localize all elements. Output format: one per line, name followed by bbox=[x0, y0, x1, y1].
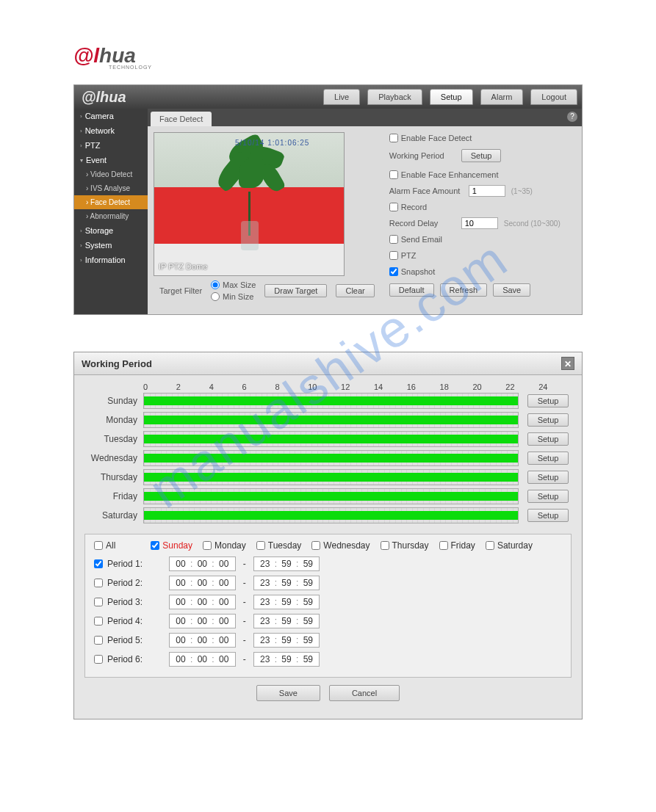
schedule-setup-button[interactable]: Setup bbox=[527, 490, 569, 503]
dialog-save-button[interactable]: Save bbox=[256, 685, 320, 701]
sidebar-item-video-detect[interactable]: › Video Detect bbox=[74, 167, 148, 181]
period-checkbox[interactable] bbox=[94, 636, 103, 645]
send-email-checkbox[interactable] bbox=[389, 235, 398, 244]
period-checkbox[interactable] bbox=[94, 598, 103, 606]
dialog-cancel-button[interactable]: Cancel bbox=[329, 685, 400, 701]
axis-tick: 10 bbox=[308, 383, 341, 391]
period-label: Period 2: bbox=[107, 578, 143, 588]
day-check-friday[interactable]: Friday bbox=[439, 540, 475, 551]
sidebar-item-camera[interactable]: ›Camera bbox=[74, 109, 148, 123]
schedule-setup-button[interactable]: Setup bbox=[527, 509, 569, 522]
sidebar-item-abnormality[interactable]: › Abnormality bbox=[74, 209, 148, 223]
ptz-checkbox[interactable] bbox=[389, 251, 398, 260]
sidebar-item-ptz[interactable]: ›PTZ bbox=[74, 138, 148, 153]
filter-max-size-radio[interactable] bbox=[211, 280, 220, 289]
schedule-bar[interactable] bbox=[143, 412, 519, 428]
time-axis: 024681012141618202224 bbox=[84, 383, 572, 391]
schedule-bar[interactable] bbox=[143, 393, 519, 409]
schedule-setup-button[interactable]: Setup bbox=[527, 432, 569, 446]
sidebar-item-network[interactable]: ›Network bbox=[74, 123, 148, 138]
schedule-setup-button[interactable]: Setup bbox=[527, 413, 569, 427]
day-check-saturday[interactable]: Saturday bbox=[486, 540, 533, 551]
period-checkbox[interactable] bbox=[94, 617, 103, 626]
period-from[interactable]: 00: 00: 00 bbox=[169, 633, 236, 648]
sidebar-item-event[interactable]: ▾Event bbox=[74, 153, 148, 167]
schedule-setup-button[interactable]: Setup bbox=[527, 394, 569, 407]
sidebar-item-system[interactable]: ›System bbox=[74, 238, 148, 253]
nav-playback[interactable]: Playback bbox=[367, 89, 422, 105]
sidebar-item-storage[interactable]: ›Storage bbox=[74, 223, 148, 238]
day-check-monday[interactable]: Monday bbox=[203, 540, 246, 551]
period-to[interactable]: 23: 59: 59 bbox=[253, 652, 320, 667]
schedule-bar[interactable] bbox=[143, 450, 519, 466]
save-button[interactable]: Save bbox=[493, 283, 530, 297]
day-check-sunday[interactable]: Sunday bbox=[151, 540, 192, 551]
period-checkbox[interactable] bbox=[94, 579, 103, 587]
period-checkbox[interactable] bbox=[94, 559, 103, 568]
alarm-face-amount-input[interactable] bbox=[469, 185, 505, 197]
schedule-bar[interactable] bbox=[143, 488, 519, 504]
filter-min-size-radio[interactable] bbox=[211, 292, 220, 301]
day-checkbox[interactable] bbox=[203, 541, 212, 550]
all-days-option[interactable]: All bbox=[94, 540, 115, 551]
default-button[interactable]: Default bbox=[389, 283, 434, 297]
schedule-bar[interactable] bbox=[143, 469, 519, 485]
period-to[interactable]: 23: 59: 59 bbox=[253, 576, 320, 590]
working-period-setup-button[interactable]: Setup bbox=[461, 149, 502, 162]
sidebar-item-face-detect[interactable]: › Face Detect bbox=[74, 195, 148, 209]
period-from[interactable]: 00: 00: 00 bbox=[169, 614, 236, 628]
schedule-setup-button[interactable]: Setup bbox=[527, 452, 569, 465]
nav-live[interactable]: Live bbox=[323, 89, 360, 105]
record-checkbox[interactable] bbox=[389, 203, 398, 211]
period-from[interactable]: 00: 00: 00 bbox=[169, 576, 236, 590]
enable-face-detect-checkbox[interactable] bbox=[389, 134, 398, 142]
day-check-wednesday[interactable]: Wednesday bbox=[311, 540, 370, 551]
day-check-tuesday[interactable]: Tuesday bbox=[256, 540, 302, 551]
day-check-thursday[interactable]: Thursday bbox=[381, 540, 429, 551]
enable-face-enhancement-checkbox[interactable] bbox=[389, 170, 398, 179]
schedule-setup-button[interactable]: Setup bbox=[527, 471, 569, 484]
enable-face-detect[interactable]: Enable Face Detect bbox=[389, 134, 472, 142]
snapshot-option[interactable]: Snapshot bbox=[389, 267, 435, 276]
sidebar-item-ivs-analyse[interactable]: › IVS Analyse bbox=[74, 181, 148, 195]
day-checkbox[interactable] bbox=[486, 541, 494, 550]
day-checkbox[interactable] bbox=[381, 541, 389, 550]
period-from[interactable]: 00: 00: 00 bbox=[169, 595, 236, 609]
target-filter-label: Target Filter bbox=[159, 286, 202, 295]
tab-face-detect[interactable]: Face Detect bbox=[151, 112, 212, 126]
day-checkbox[interactable] bbox=[256, 541, 265, 550]
record-delay-input[interactable] bbox=[461, 217, 498, 229]
snapshot-checkbox[interactable] bbox=[389, 267, 398, 276]
filter-max-size[interactable]: Max Size bbox=[211, 280, 256, 289]
day-checkbox[interactable] bbox=[439, 541, 448, 550]
sidebar-item-information[interactable]: ›Information bbox=[74, 253, 148, 267]
filter-min-size[interactable]: Min Size bbox=[211, 292, 256, 301]
period-to[interactable]: 23: 59: 59 bbox=[253, 595, 320, 609]
schedule-bar[interactable] bbox=[143, 431, 519, 447]
period-from[interactable]: 00: 00: 00 bbox=[169, 557, 236, 571]
period-to[interactable]: 23: 59: 59 bbox=[253, 633, 320, 648]
send-email-option[interactable]: Send Email bbox=[389, 235, 442, 244]
draw-target-button[interactable]: Draw Target bbox=[264, 284, 327, 297]
period-from[interactable]: 00: 00: 00 bbox=[169, 652, 236, 667]
clear-button[interactable]: Clear bbox=[336, 284, 374, 297]
period-checkbox[interactable] bbox=[94, 655, 103, 664]
enable-face-enhancement[interactable]: Enable Face Enhancement bbox=[389, 170, 499, 179]
help-icon[interactable]: ? bbox=[567, 112, 577, 122]
period-label: Period 3: bbox=[107, 597, 143, 607]
nav-alarm[interactable]: Alarm bbox=[480, 89, 524, 105]
schedule-bar[interactable] bbox=[143, 507, 519, 523]
period-to[interactable]: 23: 59: 59 bbox=[253, 557, 320, 571]
nav-logout[interactable]: Logout bbox=[530, 89, 577, 105]
refresh-button[interactable]: Refresh bbox=[440, 283, 488, 297]
all-days-checkbox[interactable] bbox=[94, 541, 103, 550]
close-icon[interactable]: ✕ bbox=[561, 357, 574, 370]
nav-setup[interactable]: Setup bbox=[430, 89, 473, 105]
ptz-option[interactable]: PTZ bbox=[389, 251, 417, 260]
period-to[interactable]: 23: 59: 59 bbox=[253, 614, 320, 628]
day-checkbox[interactable] bbox=[311, 541, 320, 550]
record-option[interactable]: Record bbox=[389, 203, 427, 211]
day-checkbox[interactable] bbox=[151, 541, 159, 550]
content-tabs: Face Detect ? bbox=[148, 109, 582, 126]
app-logo: @lhua bbox=[82, 89, 126, 106]
